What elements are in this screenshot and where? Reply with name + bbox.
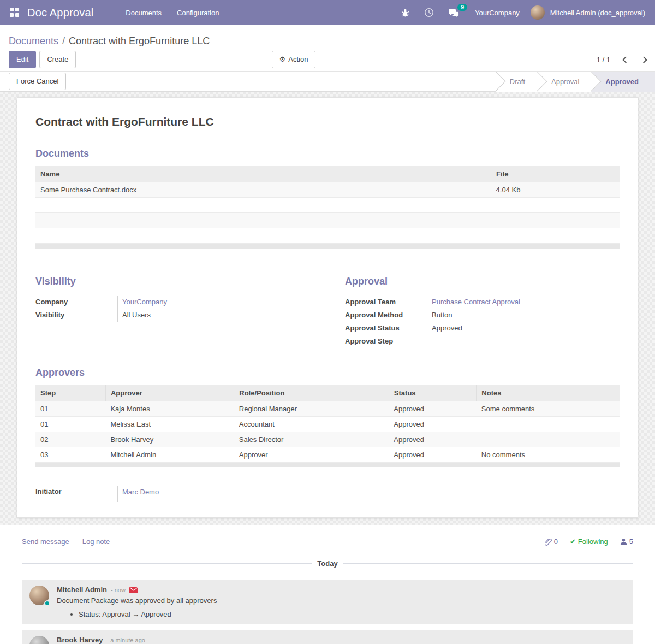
action-button[interactable]: ⚙Action [272, 51, 316, 68]
user-avatar[interactable] [531, 5, 545, 20]
initiator-link[interactable]: Marc Demo [122, 488, 159, 496]
message-author[interactable]: Mitchell Admin [57, 586, 107, 594]
message-author[interactable]: Brook Harvey [57, 636, 103, 644]
empty-row [35, 213, 620, 228]
company-switcher[interactable]: YourCompany [469, 9, 525, 17]
message-author-avatar[interactable] [29, 636, 49, 644]
log-note-button[interactable]: Log note [82, 537, 110, 546]
force-cancel-button[interactable]: Force Cancel [9, 73, 66, 90]
visibility-section-title: Visibility [35, 276, 327, 287]
breadcrumb-current: Contract with ErgoFurniture LLC [69, 36, 210, 46]
documents-table: Name File Some Purchase Contract.docx 4.… [35, 166, 620, 249]
message-card: Brook Harvey - a minute ago [22, 630, 633, 644]
follower-count: 5 [629, 537, 633, 546]
email-icon [129, 587, 138, 593]
statusbar-row: Force Cancel Draft Approval Approved [0, 71, 655, 92]
breadcrumb: Documents/Contract with ErgoFurniture LL… [0, 25, 655, 48]
approver-row[interactable]: 03 Mitchell Admin Approver Approved No c… [35, 447, 620, 462]
edit-button[interactable]: Edit [9, 51, 36, 68]
approval-group: Approval Approval Team Purchase Contract… [327, 276, 620, 348]
approvers-col-status[interactable]: Status [389, 385, 477, 401]
user-menu[interactable]: Mitchell Admin (doc_approval) [550, 9, 648, 17]
date-divider: Today [22, 559, 633, 568]
documents-section-title: Documents [35, 148, 620, 159]
message-card: Mitchell Admin - now Document Package wa… [22, 580, 633, 624]
tracking-value: Status: Approval → Approved [79, 610, 217, 618]
form-sheet: Contract with ErgoFurniture LLC Document… [17, 97, 638, 518]
empty-row [35, 228, 620, 244]
breadcrumb-parent[interactable]: Documents [9, 36, 58, 46]
approvers-col-approver[interactable]: Approver [105, 385, 234, 401]
company-link[interactable]: YourCompany [122, 298, 167, 306]
approvers-col-role[interactable]: Role/Position [234, 385, 389, 401]
field-approval-status: Approval Status Approved [345, 322, 620, 335]
online-status-icon [44, 600, 50, 606]
check-icon: ✔ [570, 537, 576, 546]
approvers-table: Step Approver Role/Position Status Notes… [35, 385, 620, 468]
message-body: Document Package was approved by all app… [57, 596, 217, 605]
following-button[interactable]: ✔ Following [570, 537, 608, 546]
app-title[interactable]: Doc Approval [27, 7, 93, 19]
field-approval-team: Approval Team Purchase Contract Approval [345, 296, 620, 309]
approvers-section-title: Approvers [35, 367, 620, 379]
documents-col-file[interactable]: File [491, 166, 620, 182]
messages-chat-icon[interactable]: 9 [444, 5, 464, 21]
approval-section-title: Approval [345, 276, 620, 287]
apps-menu-icon[interactable] [10, 8, 20, 17]
empty-row [35, 198, 620, 213]
person-icon [620, 538, 627, 545]
breadcrumb-separator: / [62, 36, 65, 46]
documents-col-name[interactable]: Name [35, 166, 491, 182]
record-title: Contract with ErgoFurniture LLC [35, 115, 620, 128]
statusbar: Draft Approval Approved [496, 72, 655, 92]
approvers-col-step[interactable]: Step [35, 385, 105, 401]
message-time: - now [111, 587, 126, 593]
control-buttons: Edit Create ⚙Action 1 / 1 [0, 48, 655, 71]
paperclip-icon [545, 538, 552, 546]
message-count-badge: 9 [457, 4, 467, 11]
approver-row[interactable]: 02 Brook Harvey Sales Director Approved [35, 432, 620, 447]
field-visibility: Visibility All Users [35, 309, 327, 322]
systray: 9 YourCompany Mitchell Admin (doc_approv… [396, 4, 648, 21]
menu-configuration[interactable]: Configuration [171, 2, 225, 24]
debug-bug-icon[interactable] [396, 5, 414, 21]
menu-documents[interactable]: Documents [120, 2, 168, 24]
main-menu: Documents Configuration [120, 2, 225, 24]
approvers-col-notes[interactable]: Notes [477, 385, 620, 401]
activities-clock-icon[interactable] [420, 4, 438, 21]
chatter: Send message Log note 0 ✔ Following 5 To… [0, 525, 655, 644]
create-button[interactable]: Create [39, 51, 76, 68]
field-approval-step: Approval Step [345, 335, 620, 348]
document-row[interactable]: Some Purchase Contract.docx 4.04 Kb [35, 182, 620, 198]
pager-previous-icon[interactable] [622, 56, 629, 63]
top-navbar: Doc Approval Documents Configuration 9 Y… [0, 0, 655, 25]
attachment-count: 0 [554, 537, 558, 546]
message-time: - a minute ago [107, 637, 145, 643]
pager-value: 1 / 1 [597, 56, 610, 64]
send-message-button[interactable]: Send message [22, 537, 69, 546]
gear-icon: ⚙ [279, 55, 286, 63]
approver-row[interactable]: 01 Melissa East Accountant Approved [35, 416, 620, 432]
field-approval-method: Approval Method Button [345, 309, 620, 322]
field-initiator: Initiator Marc Demo [35, 486, 620, 502]
form-view: Contract with ErgoFurniture LLC Document… [0, 92, 655, 525]
approval-team-link[interactable]: Purchase Contract Approval [432, 298, 520, 306]
pager-next-icon[interactable] [640, 56, 647, 63]
followers-button[interactable]: 5 [620, 537, 633, 546]
visibility-group: Visibility Company YourCompany Visibilit… [35, 276, 327, 348]
approver-row[interactable]: 01 Kaja Montes Regional Manager Approved… [35, 401, 620, 416]
attachments-button[interactable]: 0 [545, 537, 558, 546]
field-company: Company YourCompany [35, 296, 327, 309]
